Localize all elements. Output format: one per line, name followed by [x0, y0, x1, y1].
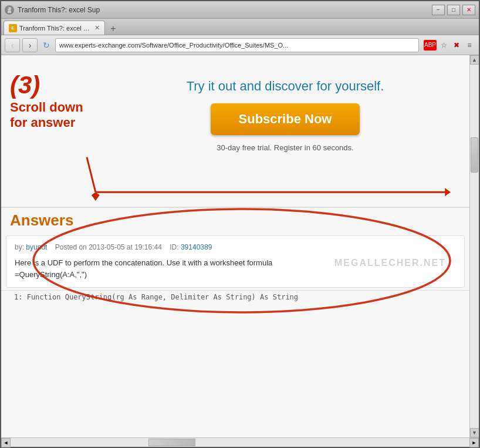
- discover-text: Try it out and discover for yourself.: [187, 79, 384, 94]
- answer-line2: =QueryString(A:A,","): [15, 269, 456, 281]
- tab-bar: E Tranform This?: excel Sup ✕ +: [1, 19, 479, 35]
- title-bar: Tranform This?: excel Sup − □ ✕: [1, 1, 479, 19]
- posted-label: Posted on: [55, 243, 87, 251]
- svg-line-3: [87, 157, 96, 193]
- annotation-area: (3) Scroll down for answer: [1, 67, 101, 158]
- close-button[interactable]: ✕: [462, 5, 475, 15]
- forward-button[interactable]: ›: [22, 38, 38, 52]
- answer-author: byundt: [26, 243, 47, 251]
- subscribe-button[interactable]: Subscribe Now: [211, 103, 360, 135]
- by-label: by:: [15, 243, 24, 251]
- address-bar[interactable]: www.experts-exchange.com/Software/Office…: [55, 38, 419, 52]
- id-label: ID:: [170, 243, 178, 251]
- trial-text: 30-day free trial. Register in 60 second…: [217, 143, 353, 152]
- answer-date: 2013-05-05 at 19:16:44: [89, 243, 162, 251]
- code-preview: 1: Function QueryString(rg As Range, Del…: [1, 290, 469, 304]
- tab-close-button[interactable]: ✕: [94, 24, 100, 32]
- window-controls: − □ ✕: [432, 5, 475, 15]
- svg-marker-6: [445, 188, 451, 196]
- answer-meta: by: byundt Posted on 2013-05-05 at 19:16…: [15, 243, 456, 251]
- step-number: (3): [10, 73, 92, 97]
- svg-marker-4: [92, 192, 100, 201]
- scroll-right-button[interactable]: ►: [469, 438, 479, 447]
- back-button[interactable]: ‹: [5, 38, 20, 52]
- svg-rect-1: [8, 11, 11, 13]
- refresh-button[interactable]: ↻: [40, 39, 53, 52]
- scroll-down-button[interactable]: ▼: [470, 428, 479, 437]
- abp-icon[interactable]: ABP: [424, 40, 437, 50]
- answer-id: 39140389: [181, 243, 212, 251]
- h-scroll-thumb[interactable]: [148, 439, 195, 446]
- scroll-thumb[interactable]: [471, 137, 478, 173]
- answers-label: Answers: [1, 208, 469, 233]
- scroll-instruction: Scroll down for answer: [10, 100, 92, 131]
- vertical-scrollbar: ▲ ▼: [469, 55, 479, 437]
- scroll-track[interactable]: [470, 65, 479, 428]
- nav-icons: ABP ☆ ✖ ≡: [424, 39, 475, 51]
- window-title: Tranform This?: excel Sup: [18, 6, 432, 14]
- page-inner: (3) Scroll down for answer Try it out an…: [1, 55, 469, 437]
- tab-favicon: E: [9, 24, 17, 32]
- minimize-button[interactable]: −: [432, 5, 445, 15]
- maximize-button[interactable]: □: [447, 5, 460, 15]
- subscribe-section-inner: (3) Scroll down for answer Try it out an…: [1, 67, 469, 158]
- svg-point-2: [8, 8, 9, 9]
- browser-window: Tranform This?: excel Sup − □ ✕ E Tranfo…: [0, 0, 480, 448]
- scroll-up-button[interactable]: ▲: [470, 55, 479, 65]
- svg-point-0: [8, 7, 11, 11]
- answers-area: Answers by: byundt Posted on 2013-05-05 …: [1, 208, 469, 304]
- scroll-left-button[interactable]: ◄: [1, 438, 11, 447]
- horizontal-scrollbar: ◄ ►: [1, 437, 479, 447]
- page-content: (3) Scroll down for answer Try it out an…: [1, 55, 479, 437]
- subscribe-section: (3) Scroll down for answer Try it out an…: [1, 55, 469, 208]
- answer-line1: Here is a UDF to perform the concatenati…: [15, 257, 456, 269]
- url-text: www.experts-exchange.com/Software/Office…: [59, 42, 415, 49]
- bookmark-icon[interactable]: ☆: [438, 39, 449, 51]
- active-tab[interactable]: E Tranform This?: excel Sup ✕: [4, 21, 105, 35]
- answer-body: Here is a UDF to perform the concatenati…: [15, 257, 456, 280]
- tab-label: Tranform This?: excel Sup: [19, 25, 90, 32]
- answer-box: by: byundt Posted on 2013-05-05 at 19:16…: [6, 235, 465, 288]
- content-area: Try it out and discover for yourself. Su…: [101, 67, 469, 158]
- window-icon: [5, 5, 14, 15]
- extension-icon[interactable]: ✖: [451, 39, 462, 51]
- menu-icon[interactable]: ≡: [464, 39, 475, 51]
- nav-bar: ‹ › ↻ www.experts-exchange.com/Software/…: [1, 35, 479, 55]
- h-scroll-track[interactable]: [11, 438, 469, 447]
- new-tab-button[interactable]: +: [105, 23, 121, 35]
